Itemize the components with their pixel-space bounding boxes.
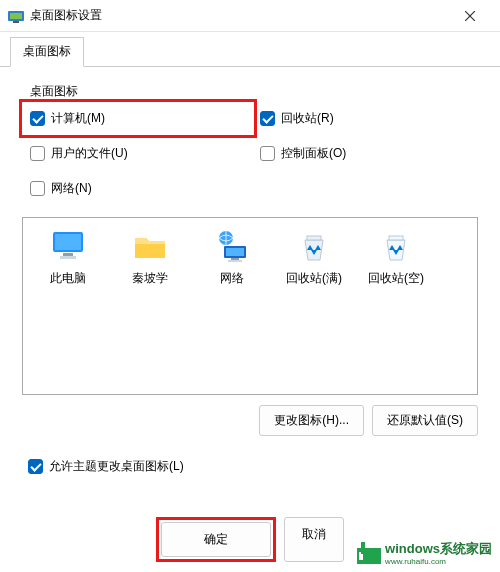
app-icon bbox=[8, 8, 24, 24]
svg-rect-7 bbox=[63, 253, 73, 256]
monitor-icon bbox=[50, 228, 86, 264]
checkbox-label: 网络(N) bbox=[51, 180, 92, 197]
svg-rect-14 bbox=[307, 236, 321, 240]
allow-theme-row: 允许主题更改桌面图标(L) bbox=[26, 454, 478, 479]
checkbox-controlpanel[interactable]: 控制面板(O) bbox=[258, 141, 478, 166]
folder-icon bbox=[132, 228, 168, 264]
icon-item-recycle-full[interactable]: 回收站(满) bbox=[275, 228, 353, 287]
checkbox-label: 用户的文件(U) bbox=[51, 145, 128, 162]
icon-label: 回收站(满) bbox=[286, 270, 342, 287]
checkbox-label: 控制面板(O) bbox=[281, 145, 346, 162]
network-icon bbox=[214, 228, 250, 264]
svg-rect-15 bbox=[389, 236, 403, 240]
checkbox-input[interactable] bbox=[30, 146, 45, 161]
recycle-empty-icon bbox=[378, 228, 414, 264]
titlebar: 桌面图标设置 bbox=[0, 0, 500, 32]
watermark: windows系统家园 www.ruhaifu.com bbox=[357, 540, 492, 566]
svg-rect-13 bbox=[228, 260, 242, 262]
checkbox-input[interactable] bbox=[260, 111, 275, 126]
tab-desktop-icons[interactable]: 桌面图标 bbox=[10, 37, 84, 67]
checkbox-recycle[interactable]: 回收站(R) bbox=[258, 106, 478, 131]
icon-item-userfolder[interactable]: 秦坡学 bbox=[111, 228, 189, 287]
watermark-text: windows系统家园 www.ruhaifu.com bbox=[385, 540, 492, 566]
icon-label: 秦坡学 bbox=[132, 270, 168, 287]
close-button[interactable] bbox=[448, 1, 492, 31]
change-icon-button[interactable]: 更改图标(H)... bbox=[259, 405, 364, 436]
recycle-full-icon bbox=[296, 228, 332, 264]
svg-rect-1 bbox=[10, 13, 22, 19]
icon-button-row: 更改图标(H)... 还原默认值(S) bbox=[22, 405, 478, 436]
tab-strip: 桌面图标 bbox=[0, 36, 500, 67]
checkbox-label: 回收站(R) bbox=[281, 110, 334, 127]
section-label: 桌面图标 bbox=[30, 83, 478, 100]
checkbox-userfiles[interactable]: 用户的文件(U) bbox=[28, 141, 248, 166]
icon-item-network[interactable]: 网络 bbox=[193, 228, 271, 287]
svg-rect-18 bbox=[361, 542, 365, 554]
checkbox-input[interactable] bbox=[30, 111, 45, 126]
checkbox-label: 允许主题更改桌面图标(L) bbox=[49, 458, 184, 475]
cancel-button[interactable]: 取消 bbox=[284, 517, 344, 562]
icon-label: 网络 bbox=[220, 270, 244, 287]
watermark-brand: windows系统家园 bbox=[385, 541, 492, 556]
svg-rect-11 bbox=[226, 248, 244, 256]
svg-rect-6 bbox=[55, 234, 81, 250]
highlight-ok: 确定 bbox=[156, 517, 276, 562]
checkbox-network[interactable]: 网络(N) bbox=[28, 176, 248, 201]
icon-label: 回收站(空) bbox=[368, 270, 424, 287]
icon-preview-box: 此电脑 秦坡学 网络 bbox=[22, 217, 478, 395]
content-area: 桌面图标 计算机(M) 回收站(R) 用户的文件(U) 控制面板(O) 网络(N… bbox=[0, 67, 500, 479]
checkbox-input[interactable] bbox=[260, 146, 275, 161]
icon-item-recycle-empty[interactable]: 回收站(空) bbox=[357, 228, 435, 287]
watermark-url: www.ruhaifu.com bbox=[385, 558, 492, 566]
checkbox-allow-theme[interactable]: 允许主题更改桌面图标(L) bbox=[26, 454, 478, 479]
ok-button[interactable]: 确定 bbox=[161, 522, 271, 557]
checkbox-input[interactable] bbox=[30, 181, 45, 196]
checkbox-input[interactable] bbox=[28, 459, 43, 474]
svg-rect-12 bbox=[231, 258, 239, 260]
checkbox-grid: 计算机(M) 回收站(R) 用户的文件(U) 控制面板(O) 网络(N) bbox=[28, 106, 478, 201]
restore-defaults-button[interactable]: 还原默认值(S) bbox=[372, 405, 478, 436]
highlight-computer: 计算机(M) bbox=[19, 99, 257, 138]
icon-item-thispc[interactable]: 此电脑 bbox=[29, 228, 107, 287]
svg-rect-8 bbox=[60, 256, 76, 259]
icon-label: 此电脑 bbox=[50, 270, 86, 287]
checkbox-computer[interactable]: 计算机(M) bbox=[28, 106, 248, 131]
svg-rect-2 bbox=[13, 21, 19, 23]
checkbox-label: 计算机(M) bbox=[51, 110, 105, 127]
window-title: 桌面图标设置 bbox=[30, 7, 448, 24]
watermark-logo-icon bbox=[357, 542, 381, 564]
